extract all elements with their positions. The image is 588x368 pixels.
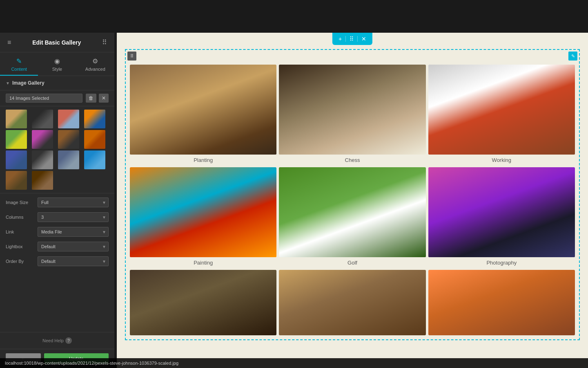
sidebar-title: Edit Basic Gallery — [32, 39, 81, 46]
style-tab-label: Style — [52, 67, 62, 72]
gallery-image-golf — [279, 167, 425, 257]
floating-toolbar: + ⠿ ✕ — [332, 33, 372, 45]
gallery-caption-golf: Golf — [279, 257, 425, 267]
thumbnail-4[interactable] — [84, 110, 105, 128]
gallery-item-planting[interactable]: Planting — [130, 65, 276, 165]
status-bar: localhost:10018/wp-content/uploads/2021/… — [0, 358, 588, 368]
gallery-caption-working: Working — [428, 155, 575, 165]
content-tab-icon: ✎ — [16, 57, 22, 65]
label-order-by: Order By — [6, 259, 34, 264]
select-link[interactable]: None Media File Attachment Page — [38, 227, 109, 237]
form-row-columns: Columns 1 2 3 4 5 ▼ — [6, 212, 109, 222]
tab-content[interactable]: ✎ Content — [0, 52, 38, 76]
remove-images-button[interactable]: ✕ — [99, 94, 109, 103]
gallery-item-working[interactable]: Working — [428, 65, 575, 165]
tab-advanced[interactable]: ⚙ Advanced — [76, 52, 114, 76]
thumbnail-1[interactable] — [6, 110, 27, 128]
tab-style[interactable]: ◉ Style — [38, 52, 76, 76]
need-help: Need Help ? — [0, 332, 114, 349]
gallery-item-row3-1[interactable] — [130, 270, 276, 335]
gallery-image-row3-1 — [130, 270, 276, 335]
select-columns[interactable]: 1 2 3 4 5 — [38, 212, 109, 222]
label-lightbox: Lightbox — [6, 244, 34, 249]
style-tab-icon: ◉ — [54, 57, 60, 65]
gallery-image-chess — [279, 65, 425, 155]
image-count-label: 14 Images Selected — [6, 94, 82, 103]
image-count-row: 14 Images Selected 🗑 ✕ — [0, 90, 114, 106]
select-lightbox[interactable]: Default Yes No — [38, 242, 109, 251]
thumbnail-10[interactable] — [32, 150, 53, 169]
gallery-image-painting — [130, 167, 276, 257]
toolbar-close-button[interactable]: ✕ — [359, 35, 368, 43]
advanced-tab-label: Advanced — [85, 67, 105, 72]
image-count-icons: 🗑 ✕ — [86, 94, 109, 103]
select-wrapper-lightbox: Default Yes No ▼ — [38, 242, 109, 251]
thumbnails-grid — [0, 106, 114, 193]
thumbnail-8[interactable] — [84, 130, 105, 149]
thumbnail-14[interactable] — [32, 171, 53, 190]
gallery-image-row3-3 — [428, 270, 575, 335]
select-wrapper-order-by: Default Menu Order Title Date Random ▼ — [38, 256, 109, 266]
gallery-item-painting[interactable]: Painting — [130, 167, 276, 267]
gallery-wrapper: ⠿ ✎ Planting Chess Working — [125, 49, 580, 340]
thumbnail-13[interactable] — [6, 171, 27, 190]
thumbnail-5[interactable] — [6, 130, 27, 149]
gallery-caption-photography: Photography — [428, 257, 575, 267]
select-wrapper-image-size: Full Large Medium Thumbnail ▼ — [38, 197, 109, 207]
thumbnail-7[interactable] — [58, 130, 79, 149]
tabs-bar: ✎ Content ◉ Style ⚙ Advanced — [0, 52, 114, 76]
form-row-link: Link None Media File Attachment Page ▼ — [6, 227, 109, 237]
top-bar — [0, 0, 588, 33]
gallery-image-row3-2 — [279, 270, 425, 335]
thumbnail-2[interactable] — [32, 110, 53, 128]
label-link: Link — [6, 229, 34, 234]
delete-images-button[interactable]: 🗑 — [86, 94, 96, 103]
form-row-image-size: Image Size Full Large Medium Thumbnail ▼ — [6, 197, 109, 207]
gallery-edit-button[interactable]: ✎ — [568, 52, 577, 61]
section-header-image-gallery[interactable]: ▼ Image Gallery — [0, 76, 114, 90]
section-label: Image Gallery — [12, 80, 45, 86]
menu-icon[interactable]: ≡ — [6, 38, 13, 47]
thumbnail-12[interactable] — [84, 150, 105, 169]
toolbar-divider-2 — [357, 36, 358, 42]
section-collapse-arrow: ▼ — [6, 81, 10, 85]
advanced-tab-icon: ⚙ — [92, 57, 98, 65]
toolbar-grid-button[interactable]: ⠿ — [347, 35, 356, 43]
thumbnail-3[interactable] — [58, 110, 79, 128]
gallery-caption-painting: Painting — [130, 257, 276, 267]
toolbar-add-button[interactable]: + — [336, 35, 344, 43]
gallery-image-planting — [130, 65, 276, 155]
sidebar: ≡ Edit Basic Gallery ⠿ ✎ Content ◉ Style… — [0, 33, 114, 368]
gallery-image-photography — [428, 167, 575, 257]
grid-icon[interactable]: ⠿ — [100, 38, 109, 47]
form-fields: Image Size Full Large Medium Thumbnail ▼… — [0, 193, 114, 332]
content-area: + ⠿ ✕ ⠿ ✎ Planting Chess — [117, 33, 588, 368]
select-wrapper-columns: 1 2 3 4 5 ▼ — [38, 212, 109, 222]
toolbar-divider — [345, 36, 346, 42]
label-columns: Columns — [6, 215, 34, 220]
help-icon[interactable]: ? — [65, 337, 72, 344]
need-help-label: Need Help — [42, 338, 64, 343]
gallery-item-chess[interactable]: Chess — [279, 65, 425, 165]
label-image-size: Image Size — [6, 200, 34, 205]
select-wrapper-link: None Media File Attachment Page ▼ — [38, 227, 109, 237]
gallery-image-working — [428, 65, 575, 155]
thumbnail-11[interactable] — [58, 150, 79, 169]
gallery-drag-handle[interactable]: ⠿ — [127, 52, 136, 61]
form-row-order-by: Order By Default Menu Order Title Date R… — [6, 256, 109, 266]
form-row-lightbox: Lightbox Default Yes No ▼ — [6, 242, 109, 251]
thumbnail-9[interactable] — [6, 150, 27, 169]
gallery-item-golf[interactable]: Golf — [279, 167, 425, 267]
content-tab-label: Content — [11, 67, 27, 72]
sidebar-header: ≡ Edit Basic Gallery ⠿ — [0, 33, 114, 52]
select-order-by[interactable]: Default Menu Order Title Date Random — [38, 256, 109, 266]
gallery-item-photography[interactable]: Photography — [428, 167, 575, 267]
gallery-caption-chess: Chess — [279, 155, 425, 165]
thumbnail-6[interactable] — [32, 130, 53, 149]
select-image-size[interactable]: Full Large Medium Thumbnail — [38, 197, 109, 207]
gallery-grid: Planting Chess Working Painting Go — [126, 50, 579, 339]
status-url: localhost:10018/wp-content/uploads/2021/… — [5, 361, 178, 366]
gallery-item-row3-2[interactable] — [279, 270, 425, 335]
gallery-caption-planting: Planting — [130, 155, 276, 165]
gallery-item-row3-3[interactable] — [428, 270, 575, 335]
